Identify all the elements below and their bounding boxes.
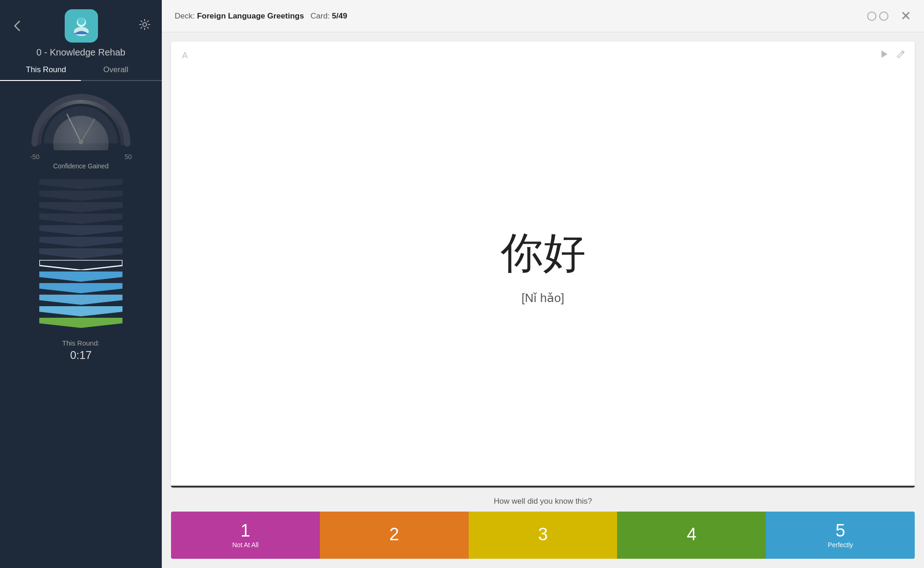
round-label: This Round: — [62, 339, 100, 347]
card-actions — [879, 49, 906, 62]
chevron-6 — [39, 237, 122, 247]
svg-marker-12 — [39, 225, 122, 235]
rating-num-5: 5 — [836, 522, 845, 539]
gauge — [30, 90, 132, 150]
main-content: Deck: Foreign Language Greetings Card: 5… — [162, 0, 924, 568]
chevron-10 — [39, 283, 122, 293]
svg-marker-10 — [39, 202, 122, 212]
rating-button-5[interactable]: 5 Perfectly — [766, 512, 915, 559]
chevron-2 — [39, 191, 122, 201]
chevron-8 — [39, 260, 122, 270]
chevron-12 — [39, 306, 122, 316]
chevron-5 — [39, 225, 122, 235]
svg-marker-13 — [39, 237, 122, 247]
tab-underline — [0, 80, 162, 81]
gauge-max: 50 — [124, 153, 132, 161]
gauge-labels: -50 50 — [30, 153, 132, 161]
svg-marker-16 — [39, 272, 122, 282]
tab-bar: This Round Overall — [0, 65, 162, 77]
header-deck-info: Deck: Foreign Language Greetings Card: 5… — [175, 12, 347, 21]
card-status-circles — [867, 12, 888, 21]
card-side-label: A — [182, 51, 188, 61]
card-prefix: Card: — [311, 12, 332, 20]
svg-marker-19 — [39, 306, 122, 316]
rating-button-2[interactable]: 2 — [320, 512, 469, 559]
svg-point-3 — [143, 23, 147, 26]
confidence-label: Confidence Gained — [53, 162, 109, 170]
chevron-11 — [39, 295, 122, 305]
rating-num-4: 4 — [687, 525, 697, 543]
svg-point-2 — [78, 18, 85, 25]
rating-num-2: 2 — [389, 525, 399, 543]
svg-marker-8 — [39, 179, 122, 189]
rating-label-1: Not At All — [232, 541, 258, 549]
rating-button-4[interactable]: 4 — [617, 512, 766, 559]
svg-marker-21 — [881, 50, 887, 58]
svg-marker-15 — [39, 260, 122, 270]
rating-label-5: Perfectly — [828, 541, 853, 549]
round-timer: 0:17 — [70, 349, 92, 362]
svg-marker-17 — [39, 283, 122, 293]
edit-button[interactable] — [895, 49, 906, 62]
play-button[interactable] — [879, 49, 889, 62]
chevron-13 — [39, 318, 122, 328]
card-chinese-text: 你好 — [501, 224, 586, 282]
chevron-3 — [39, 202, 122, 212]
chevrons — [30, 179, 132, 328]
rating-num-1: 1 — [240, 522, 250, 539]
back-button[interactable] — [11, 19, 24, 32]
header: Deck: Foreign Language Greetings Card: 5… — [162, 0, 924, 32]
deck-name: Foreign Language Greetings — [197, 12, 304, 20]
flashcard: A 你好 [Nǐ hǎo] — [171, 42, 915, 488]
deck-prefix: Deck: — [175, 12, 197, 20]
gauge-min: -50 — [30, 153, 39, 161]
svg-marker-9 — [39, 191, 122, 201]
tab-this-round[interactable]: This Round — [11, 65, 81, 77]
svg-marker-14 — [39, 248, 122, 259]
svg-marker-20 — [39, 318, 122, 328]
chevron-1 — [39, 179, 122, 189]
svg-marker-18 — [39, 295, 122, 305]
avatar-icon — [65, 9, 98, 43]
chevron-7 — [39, 248, 122, 259]
tab-overall[interactable]: Overall — [81, 65, 151, 77]
gear-button[interactable] — [139, 19, 151, 33]
status-circle-1 — [867, 12, 876, 21]
rating-buttons: 1 Not At All 2 3 4 5 Perfectly — [171, 512, 915, 559]
svg-marker-11 — [39, 214, 122, 224]
rating-button-3[interactable]: 3 — [469, 512, 618, 559]
rating-question: How well did you know this? — [171, 497, 915, 506]
header-icons: ✕ — [867, 8, 911, 24]
card-value: 5/49 — [332, 12, 347, 20]
rating-button-1[interactable]: 1 Not At All — [171, 512, 320, 559]
chevron-9 — [39, 272, 122, 282]
chevron-4 — [39, 214, 122, 224]
close-button[interactable]: ✕ — [900, 8, 911, 24]
card-divider — [171, 486, 915, 488]
deck-title: 0 - Knowledge Rehab — [37, 47, 125, 58]
sidebar-header — [0, 9, 162, 43]
svg-point-7 — [79, 140, 83, 144]
status-circle-2 — [879, 12, 888, 21]
sidebar: 0 - Knowledge Rehab This Round Overall — [0, 0, 162, 568]
rating-num-3: 3 — [538, 525, 548, 543]
card-content: 你好 [Nǐ hǎo] — [171, 42, 915, 488]
rating-area: How well did you know this? 1 Not At All… — [162, 497, 924, 568]
card-pinyin-text: [Nǐ hǎo] — [521, 291, 564, 305]
